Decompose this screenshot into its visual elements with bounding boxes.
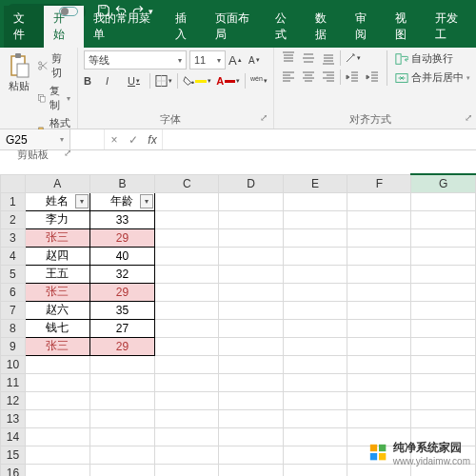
cell-B10[interactable]	[89, 355, 154, 373]
cell-D8[interactable]	[219, 319, 283, 337]
cell-C15[interactable]	[155, 446, 219, 464]
underline-button[interactable]: U▾	[128, 75, 145, 87]
font-launcher-icon[interactable]: ⤢	[260, 112, 268, 123]
align-left-button[interactable]	[280, 69, 297, 85]
cell-B6[interactable]: 29	[89, 283, 154, 301]
cell-G2[interactable]	[411, 210, 476, 228]
cell-C7[interactable]	[155, 301, 219, 319]
row-header-5[interactable]: 5	[1, 265, 26, 283]
cell-G4[interactable]	[411, 247, 476, 265]
cell-B12[interactable]	[89, 391, 154, 409]
cell-A11[interactable]	[25, 373, 89, 391]
select-all-corner[interactable]	[1, 174, 26, 192]
cell-D3[interactable]	[219, 228, 283, 247]
align-middle-button[interactable]	[300, 50, 317, 66]
cell-C4[interactable]	[155, 247, 219, 265]
merge-center-button[interactable]: 合并后居中 ▾	[393, 69, 472, 86]
cell-B5[interactable]: 32	[89, 265, 154, 283]
cell-C11[interactable]	[155, 373, 219, 391]
cell-D10[interactable]	[219, 355, 283, 373]
cell-B16[interactable]	[89, 464, 154, 476]
cell-F3[interactable]	[347, 228, 411, 247]
decrease-font-button[interactable]: A▾	[248, 55, 266, 66]
cell-G1[interactable]	[411, 192, 476, 210]
cell-F2[interactable]	[347, 210, 411, 228]
cell-A6[interactable]: 张三	[25, 283, 89, 301]
cell-D7[interactable]	[219, 301, 283, 319]
row-header-9[interactable]: 9	[1, 337, 26, 355]
cell-E16[interactable]	[283, 464, 347, 476]
col-header-A[interactable]: A	[25, 174, 89, 192]
cell-E9[interactable]	[283, 337, 347, 355]
cell-A7[interactable]: 赵六	[25, 301, 89, 319]
cell-A14[interactable]	[25, 427, 89, 446]
row-header-12[interactable]: 12	[1, 391, 26, 409]
cell-C5[interactable]	[155, 265, 219, 283]
cell-D5[interactable]	[219, 265, 283, 283]
col-header-D[interactable]: D	[219, 174, 283, 192]
cell-C14[interactable]	[155, 427, 219, 446]
cell-B1[interactable]: 年龄▾	[89, 192, 154, 210]
cell-F8[interactable]	[347, 319, 411, 337]
cell-C16[interactable]	[155, 464, 219, 476]
cell-E5[interactable]	[283, 265, 347, 283]
cell-B4[interactable]: 40	[89, 247, 154, 265]
cell-G7[interactable]	[411, 301, 476, 319]
cell-G13[interactable]	[411, 409, 476, 427]
bold-button[interactable]: B	[84, 75, 101, 87]
cell-G3[interactable]	[411, 228, 476, 247]
tab-view[interactable]: 视图	[386, 6, 426, 48]
copy-button[interactable]: 复制 ▾	[36, 83, 71, 113]
align-bottom-button[interactable]	[320, 50, 337, 66]
cell-A8[interactable]: 钱七	[25, 319, 89, 337]
wrap-text-button[interactable]: 自动换行	[393, 50, 472, 67]
cell-B14[interactable]	[89, 427, 154, 446]
cell-D11[interactable]	[219, 373, 283, 391]
cell-A5[interactable]: 王五	[25, 265, 89, 283]
cell-C10[interactable]	[155, 355, 219, 373]
cell-C12[interactable]	[155, 391, 219, 409]
cell-A13[interactable]	[25, 409, 89, 427]
cell-A16[interactable]	[25, 464, 89, 476]
cell-E1[interactable]	[283, 192, 347, 210]
cell-C1[interactable]	[155, 192, 219, 210]
cell-F7[interactable]	[347, 301, 411, 319]
cell-D4[interactable]	[219, 247, 283, 265]
cell-E10[interactable]	[283, 355, 347, 373]
font-name-combo[interactable]: 等线▾	[84, 50, 187, 69]
fill-color-button[interactable]: ▾	[183, 75, 211, 87]
formula-bar[interactable]	[163, 129, 476, 149]
cell-E14[interactable]	[283, 427, 347, 446]
cell-D15[interactable]	[219, 446, 283, 464]
cell-C9[interactable]	[155, 337, 219, 355]
cell-E6[interactable]	[283, 283, 347, 301]
cell-E8[interactable]	[283, 319, 347, 337]
cell-C2[interactable]	[155, 210, 219, 228]
cell-G6[interactable]	[411, 283, 476, 301]
cell-C8[interactable]	[155, 319, 219, 337]
accept-formula-icon[interactable]: ✓	[124, 133, 143, 147]
cell-D14[interactable]	[219, 427, 283, 446]
cell-C3[interactable]	[155, 228, 219, 247]
cell-E3[interactable]	[283, 228, 347, 247]
cell-A1[interactable]: 姓名▾	[25, 192, 89, 210]
cell-B13[interactable]	[89, 409, 154, 427]
row-header-10[interactable]: 10	[1, 355, 26, 373]
border-button[interactable]: ▾	[155, 74, 172, 88]
tab-formulas[interactable]: 公式	[266, 6, 306, 48]
cell-F9[interactable]	[347, 337, 411, 355]
cell-F6[interactable]	[347, 283, 411, 301]
cell-B11[interactable]	[89, 373, 154, 391]
cancel-formula-icon[interactable]: ×	[105, 133, 124, 147]
row-header-6[interactable]: 6	[1, 283, 26, 301]
cut-button[interactable]: 剪切	[36, 50, 71, 81]
name-box[interactable]: G25▾	[0, 129, 70, 149]
cell-B9[interactable]: 29	[89, 337, 154, 355]
cell-A3[interactable]: 张三	[25, 228, 89, 247]
cell-G11[interactable]	[411, 373, 476, 391]
cell-A15[interactable]	[25, 446, 89, 464]
cell-G12[interactable]	[411, 391, 476, 409]
cell-D13[interactable]	[219, 409, 283, 427]
tab-data[interactable]: 数据	[306, 6, 346, 48]
cell-D6[interactable]	[219, 283, 283, 301]
